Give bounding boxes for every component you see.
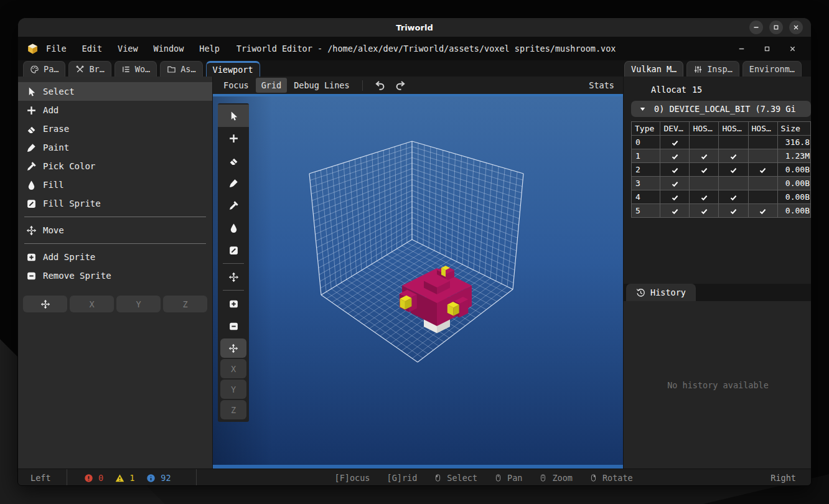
close-icon [792,23,800,32]
fill-sprite-icon [26,198,37,209]
plus-icon [228,133,239,144]
left-tab-group: Pa…Br…Wo…As…Viewport [18,61,263,77]
palette-axis-z[interactable]: Z [220,400,246,419]
dock-tab-row: Pa…Br…Wo…As…Viewport Vulkan M…Insp…Envir… [18,60,811,77]
palette-fill-sprite[interactable] [218,239,249,261]
palette-add-sprite[interactable] [218,292,249,315]
axis-button-move[interactable] [23,296,67,312]
tool-move[interactable]: Move [18,221,212,240]
right-tab-group: Vulkan M…Insp…Environm… [622,61,811,77]
palette-paint[interactable] [218,172,249,194]
palette-pick-color[interactable] [218,194,249,217]
table-row: 0316.8 [632,136,811,149]
cell-size: 0.00B [777,163,810,177]
tool-paint[interactable]: Paint [18,138,212,157]
tool-fill[interactable]: Fill [18,175,212,194]
viewport-button-debug-lines[interactable]: Debug Lines [288,78,355,93]
tab-history[interactable]: History [626,284,696,301]
divider [24,243,206,244]
axis-button-z[interactable]: Z [163,296,207,312]
tab-as-[interactable]: As… [160,61,202,77]
allocations-label: Allocat [651,85,686,95]
palette-select[interactable] [218,105,249,127]
tool-label: Paint [43,142,69,152]
check-icon [729,152,738,161]
tab-viewport[interactable]: Viewport [206,61,260,77]
close-button[interactable] [789,21,803,34]
tool-remove-sprite[interactable]: Remove Sprite [18,266,212,285]
tool-fill-sprite[interactable]: Fill Sprite [18,194,212,213]
tab-vulkan-m-[interactable]: Vulkan M… [624,61,683,77]
hint-select: Select [434,473,477,483]
tab-environm-[interactable]: Environm… [742,61,802,77]
cell-size: 0.00B [777,190,810,204]
check-icon [729,207,738,215]
palette-axis-y[interactable]: Y [220,380,246,399]
list-icon [121,65,131,74]
error-icon [84,474,93,483]
allocations-value: 15 [692,85,702,95]
viewport-button-focus[interactable]: Focus [218,78,255,93]
menu-help[interactable]: Help [199,44,220,54]
tool-add-sprite[interactable]: Add Sprite [18,248,212,266]
palette-move[interactable] [218,266,249,288]
titlebar[interactable]: Triworld [18,18,811,37]
hint--g-rid: [G]rid [387,473,418,483]
tab-label: Vulkan M… [631,64,677,74]
stats-button[interactable]: Stats [589,80,623,90]
cell-flag [690,177,719,190]
palette-erase[interactable] [218,149,249,172]
tab-label: Pa… [44,64,59,74]
undo-icon[interactable] [373,80,385,91]
tab-insp-[interactable]: Insp… [686,61,739,77]
palette-axis-move[interactable] [220,338,246,358]
palette-add[interactable] [218,127,249,149]
viewport-scene: XYZ [213,96,623,465]
menu-window[interactable]: Window [154,44,184,54]
maximize-button[interactable] [769,21,783,34]
palette-axis-x[interactable]: X [220,359,246,378]
tool-pick-color[interactable]: Pick Color [18,157,212,175]
axis-button-x[interactable]: X [70,296,114,312]
cell-type: 4 [632,190,660,204]
palette-remove-sprite[interactable] [218,315,249,337]
tab-wo-[interactable]: Wo… [115,61,157,77]
tab-br-[interactable]: Br… [68,61,111,77]
heap-collapse-header[interactable]: 0) DEVICE_LOCAL_BIT (7.39 Gi [631,101,811,117]
cursor-icon [26,86,37,97]
eyedropper-icon [228,200,239,211]
viewport-3d-canvas[interactable] [213,96,623,465]
close-icon[interactable] [788,44,797,54]
hint--f-ocus: [F]ocus [335,473,370,483]
minus-square-icon [26,271,37,281]
folder-icon [167,65,176,74]
cell-size: 1.23M [777,149,810,163]
maximize-icon[interactable] [762,44,772,54]
cell-flag [660,136,690,149]
hint-label: Rotate [602,473,633,483]
menu-edit[interactable]: Edit [82,44,103,54]
move-icon [228,272,239,282]
move-tool-group: Move [18,221,212,240]
minimize-icon[interactable] [737,44,746,54]
check-icon [671,152,679,161]
minimize-button[interactable] [749,21,763,34]
viewport-button-grid[interactable]: Grid [256,78,288,93]
redo-icon[interactable] [395,80,407,91]
tool-add[interactable]: Add [18,101,212,119]
column-header: HOS… [748,122,777,136]
menu-items: FileEditViewWindowHelp [46,44,235,54]
palette-fill[interactable] [218,217,249,239]
tab-label: Viewport [213,65,253,75]
cell-flag [690,149,719,163]
menu-view[interactable]: View [118,44,138,54]
menu-file[interactable]: File [46,44,67,54]
minus-square-icon [228,321,239,332]
axis-button-y[interactable]: Y [116,296,161,312]
tool-select[interactable]: Select [18,82,212,101]
divider [362,80,363,91]
tool-erase[interactable]: Erase [18,119,212,138]
tab-pa-[interactable]: Pa… [23,61,65,77]
palette-axis-group: XYZ [218,338,249,419]
tab-label: As… [180,64,195,74]
